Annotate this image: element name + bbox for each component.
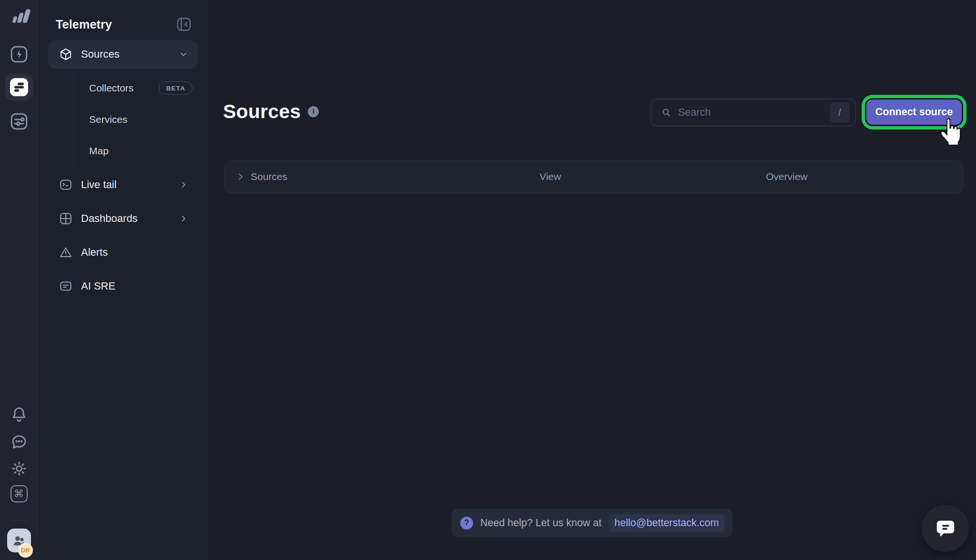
connect-source-button[interactable]: Connect source [866, 100, 962, 125]
sidebar: Telemetry Sources [39, 0, 207, 560]
search-input[interactable] [678, 107, 824, 119]
help-icon: ? [460, 517, 473, 530]
table-header-sources[interactable]: Sources [224, 171, 287, 182]
help-bar: ? Need help? Let us know at hello@better… [452, 509, 732, 537]
sidebar-item-label: Services [89, 114, 193, 125]
collapse-sidebar-button[interactable] [174, 15, 193, 34]
sidebar-item-dashboards[interactable]: Dashboards [48, 204, 197, 233]
sidebar-item-label: Sources [81, 48, 178, 60]
rail-divider [10, 520, 29, 520]
betterstack-logo-icon [7, 7, 31, 25]
search-icon [661, 107, 672, 118]
dashboard-grid-icon [59, 211, 73, 226]
user-initials-badge[interactable]: DR [18, 543, 33, 558]
rail-item-feedback[interactable] [9, 432, 29, 452]
app-root: ⌘ DR Telemetry [0, 0, 976, 560]
sidebar-item-label: Alerts [81, 246, 189, 259]
chat-bubble-icon [9, 432, 29, 452]
column-label: Sources [251, 171, 287, 182]
sidebar-item-sources[interactable]: Sources [48, 40, 197, 69]
lightning-icon [9, 44, 30, 65]
logs-icon [10, 78, 29, 97]
sidebar-nav: Sources Collectors BETA Services Map [39, 38, 207, 300]
bell-icon [9, 404, 29, 424]
rail-item-uptime[interactable] [9, 44, 30, 65]
main-content: Sources i / Connect source Sources View … [208, 0, 976, 560]
table-header-overview: Overview [766, 171, 808, 182]
rail-item-shortcuts[interactable]: ⌘ [10, 485, 28, 502]
sidebar-item-live-tail[interactable]: Live tail [48, 170, 197, 199]
sidebar-item-alerts[interactable]: Alerts [48, 238, 197, 267]
chevron-right-icon [178, 213, 189, 224]
search-box: / [651, 99, 856, 126]
sidebar-header: Telemetry [39, 0, 207, 38]
page-header: Sources i [223, 98, 319, 125]
info-icon[interactable]: i [308, 106, 319, 117]
help-text: Need help? Let us know at [480, 517, 602, 529]
sidebar-title: Telemetry [56, 18, 112, 31]
terminal-icon [59, 178, 73, 192]
sidebar-item-label: Collectors [89, 82, 159, 94]
chevron-right-icon [178, 180, 189, 190]
table-header-view: View [539, 171, 561, 182]
sidebar-item-label: Live tail [81, 179, 178, 191]
slash-shortcut-key: / [830, 102, 850, 122]
message-square-icon [59, 279, 73, 293]
sidebar-item-label: Map [89, 145, 193, 157]
sidebar-item-label: Dashboards [81, 212, 178, 225]
cube-icon [59, 47, 73, 61]
rail-item-telemetry[interactable] [5, 73, 33, 101]
command-glyph: ⌘ [14, 488, 24, 500]
sources-subnav: Collectors BETA Services Map [73, 72, 197, 167]
rail-item-theme-toggle[interactable] [9, 459, 29, 479]
icon-rail: ⌘ DR [0, 0, 38, 560]
sidebar-item-label: AI SRE [81, 280, 189, 292]
live-chat-button[interactable] [922, 505, 969, 552]
betterstack-logo[interactable] [7, 7, 31, 25]
sidebar-item-collectors[interactable]: Collectors BETA [74, 72, 197, 104]
sliders-icon [9, 111, 30, 132]
rail-item-integrations[interactable] [9, 111, 30, 132]
sidebar-item-map[interactable]: Map [74, 135, 197, 167]
sidebar-item-services[interactable]: Services [74, 104, 197, 135]
sun-icon [9, 459, 29, 479]
sidebar-item-ai-sre[interactable]: AI SRE [48, 272, 197, 300]
rail-item-notifications[interactable] [9, 404, 29, 424]
chat-bubble-filled-icon [934, 517, 957, 540]
chevron-down-icon [178, 49, 189, 60]
support-email-link[interactable]: hello@betterstack.com [609, 514, 724, 532]
chevron-right-icon [236, 172, 245, 181]
panel-collapse-icon [174, 15, 193, 34]
command-icon: ⌘ [10, 485, 28, 502]
page-title: Sources [223, 100, 301, 123]
beta-badge: BETA [159, 81, 193, 95]
sources-table-header: Sources View Overview [224, 160, 964, 193]
alert-triangle-icon [59, 245, 73, 260]
